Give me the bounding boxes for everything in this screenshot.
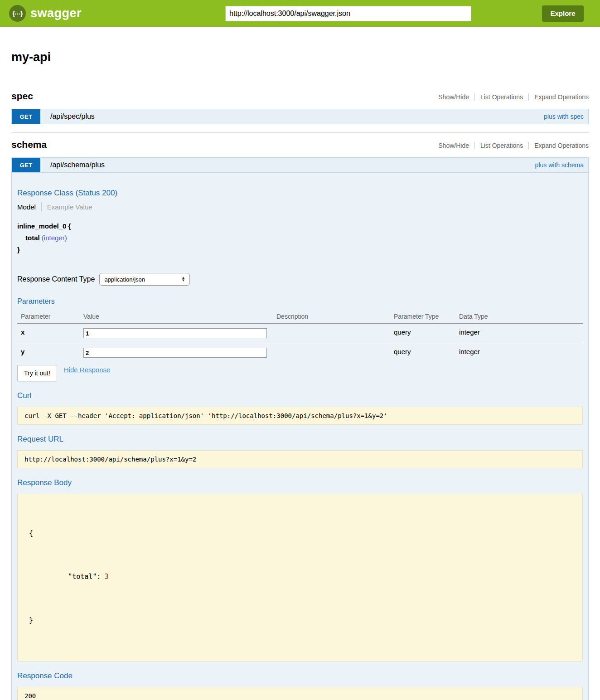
json-close-brace: } bbox=[29, 615, 576, 626]
col-description: Description bbox=[273, 310, 390, 323]
spec-operation-summary-link[interactable]: plus with spec bbox=[544, 109, 588, 124]
schema-get-button[interactable]: GET bbox=[12, 158, 40, 172]
schema-operation-row: GET /api/schema/plus plus with schema bbox=[11, 157, 589, 173]
response-class-heading: Response Class (Status 200) bbox=[17, 189, 583, 198]
curl-heading: Curl bbox=[17, 391, 583, 400]
param-name: x bbox=[17, 324, 80, 343]
schema-expand-operations-link[interactable]: Expand Operations bbox=[529, 142, 589, 149]
model-open-line: inline_model_0 { bbox=[17, 220, 583, 232]
json-number-value: 3 bbox=[105, 573, 109, 581]
response-body-value: { "total":3 } bbox=[17, 494, 583, 661]
col-parameter-type: Parameter Type bbox=[390, 310, 455, 323]
logo-glyph: {⋯} bbox=[13, 10, 23, 17]
spec-list-operations-link[interactable]: List Operations bbox=[475, 93, 528, 101]
col-parameter: Parameter bbox=[17, 310, 80, 323]
model-property-name: total bbox=[25, 234, 40, 242]
schema-operation-summary-link[interactable]: plus with schema bbox=[535, 158, 588, 172]
col-value: Value bbox=[80, 310, 273, 323]
schema-operation-path[interactable]: /api/schema/plus bbox=[40, 158, 105, 172]
param-type: query bbox=[390, 343, 455, 362]
spec-expand-operations-link[interactable]: Expand Operations bbox=[529, 93, 589, 101]
response-code-heading: Response Code bbox=[17, 671, 583, 681]
brand[interactable]: {⋯} swagger bbox=[9, 5, 82, 22]
try-row: Try it out! Hide Response bbox=[17, 365, 583, 381]
spec-section-controls: Show/Hide List Operations Expand Operati… bbox=[433, 93, 589, 101]
response-content-type-label: Response Content Type bbox=[17, 275, 95, 283]
request-url-heading: Request URL bbox=[17, 435, 583, 444]
schema-show-hide-link[interactable]: Show/Hide bbox=[433, 142, 474, 149]
table-row: x query integer bbox=[17, 324, 583, 343]
param-data-type: integer bbox=[455, 343, 583, 362]
model-property-type: (integer) bbox=[42, 234, 67, 242]
curl-command: curl -X GET --header 'Accept: applicatio… bbox=[17, 407, 583, 425]
schema-section-controls: Show/Hide List Operations Expand Operati… bbox=[433, 142, 589, 149]
header-bar: {⋯} swagger Explore bbox=[0, 0, 600, 27]
json-key: "total": bbox=[68, 573, 101, 581]
table-row: y query integer bbox=[17, 343, 583, 362]
model-close-line: } bbox=[17, 244, 583, 256]
schema-list-operations-link[interactable]: List Operations bbox=[475, 142, 528, 149]
response-body-heading: Response Body bbox=[17, 478, 583, 487]
parameters-table: Parameter Value Description Parameter Ty… bbox=[17, 310, 583, 362]
spec-section-header: spec Show/Hide List Operations Expand Op… bbox=[11, 91, 589, 102]
param-y-input[interactable] bbox=[83, 348, 267, 358]
parameters-table-header: Parameter Value Description Parameter Ty… bbox=[17, 310, 583, 324]
operation-panel: Response Class (Status 200) Model Exampl… bbox=[11, 173, 589, 700]
tab-model[interactable]: Model bbox=[17, 203, 41, 211]
param-description bbox=[273, 324, 390, 343]
selected-content-type: application/json bbox=[104, 276, 145, 283]
try-it-out-button[interactable]: Try it out! bbox=[17, 365, 57, 381]
response-code-value: 200 bbox=[17, 687, 583, 700]
api-url-input[interactable] bbox=[225, 6, 471, 21]
model-tabs: Model Example Value bbox=[17, 202, 583, 211]
response-content-type-row: Response Content Type application/json ▲… bbox=[17, 273, 583, 286]
spec-operation-row: GET /api/spec/plus plus with spec bbox=[11, 109, 589, 124]
parameters-heading: Parameters bbox=[17, 297, 583, 306]
schema-section-header: schema Show/Hide List Operations Expand … bbox=[11, 139, 589, 150]
schema-section-title[interactable]: schema bbox=[11, 139, 47, 150]
param-x-input[interactable] bbox=[83, 328, 267, 338]
section-divider bbox=[11, 132, 589, 133]
model-property-line: total (integer) bbox=[17, 232, 583, 244]
json-open-brace: { bbox=[29, 528, 576, 539]
param-type: query bbox=[390, 324, 455, 343]
param-name: y bbox=[17, 343, 80, 362]
swagger-logo-icon: {⋯} bbox=[9, 5, 26, 22]
spec-show-hide-link[interactable]: Show/Hide bbox=[433, 93, 474, 101]
page-title: my-api bbox=[11, 50, 589, 64]
chevron-updown-icon: ▲▼ bbox=[181, 277, 185, 282]
col-data-type: Data Type bbox=[455, 310, 583, 323]
spec-section-title[interactable]: spec bbox=[11, 91, 33, 102]
response-content-type-select[interactable]: application/json ▲▼ bbox=[99, 273, 190, 286]
brand-title: swagger bbox=[30, 6, 82, 20]
json-total-line: "total":3 bbox=[29, 560, 576, 593]
request-url-value: http://localhost:3000/api/schema/plus?x=… bbox=[17, 450, 583, 468]
param-description bbox=[273, 343, 390, 362]
tab-example-value[interactable]: Example Value bbox=[42, 203, 92, 211]
spec-operation-path[interactable]: /api/spec/plus bbox=[40, 109, 95, 124]
param-data-type: integer bbox=[455, 324, 583, 343]
explore-button[interactable]: Explore bbox=[542, 5, 584, 22]
spec-get-button[interactable]: GET bbox=[12, 109, 40, 124]
hide-response-link[interactable]: Hide Response bbox=[64, 366, 111, 374]
model-signature: inline_model_0 { total (integer) } bbox=[17, 220, 583, 256]
